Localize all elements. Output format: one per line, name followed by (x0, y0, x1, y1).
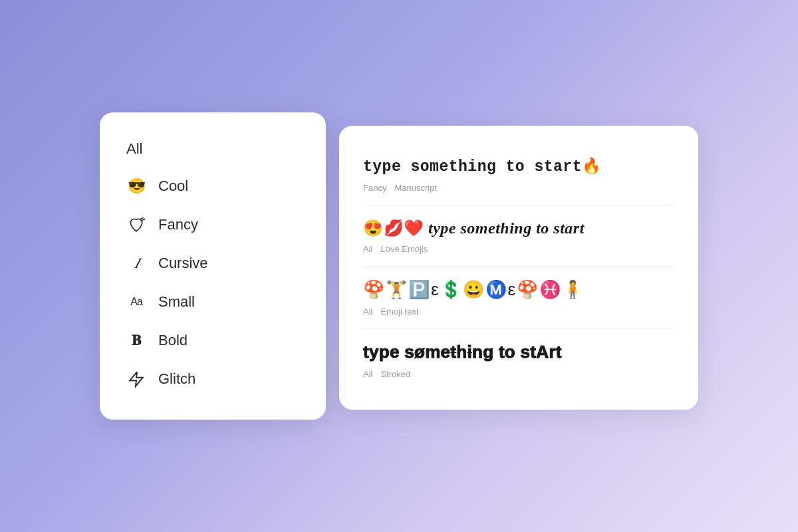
result-tags-fancy: Fancy Manuscript (363, 183, 674, 193)
left-panel: All 😎 Cool Fancy 𝐼 Cursive Aa Sm (100, 112, 326, 420)
tag-all-love: All (363, 244, 372, 254)
menu-item-cursive[interactable]: 𝐼 Cursive (126, 244, 299, 283)
stroked-strikethrough: t (450, 342, 456, 362)
result-tags-love: All Love Emojis (363, 244, 674, 254)
stroked-o: ø (414, 341, 425, 364)
stroked-m: me (425, 342, 450, 362)
result-text-emoji: 🍄🏋️🅿️ε💲😀Ⓜ️ε🍄♓🧍 (363, 279, 674, 301)
glitch-icon (126, 369, 146, 389)
svg-line-1 (142, 219, 145, 220)
tag-fancy: Fancy (363, 183, 386, 193)
menu-item-fancy[interactable]: Fancy (126, 205, 299, 244)
love-text-content: type something to start (424, 219, 585, 237)
result-tags-emoji: All Emoji text (363, 307, 674, 317)
cursive-label: Cursive (158, 255, 208, 272)
tag-stroked: Stroked (380, 369, 410, 379)
menu-item-cool[interactable]: 😎 Cool (126, 167, 299, 205)
tag-all-stroked: All (363, 369, 372, 379)
cool-icon: 😎 (126, 176, 146, 196)
small-label: Small (158, 293, 195, 311)
cursive-icon: 𝐼 (126, 253, 146, 273)
fancy-label: Fancy (158, 216, 198, 233)
cool-label: Cool (158, 178, 188, 195)
tag-manuscript: Manuscript (394, 183, 437, 193)
result-text-stroked: type sømething to stArt (363, 341, 674, 364)
result-text-love: 😍💋❤️ type something to start (363, 217, 674, 239)
result-tags-stroked: All Stroked (363, 369, 674, 379)
fancy-icon (126, 215, 146, 235)
fancy-text-content: type something to start (363, 158, 582, 176)
right-panel: type something to start🔥 Fancy Manuscrip… (339, 126, 698, 410)
bold-label: Bold (158, 332, 188, 349)
glitch-label: Glitch (158, 370, 196, 388)
tag-love-emojis: Love Emojis (380, 244, 428, 254)
stroked-text-content: type s (363, 342, 414, 362)
svg-line-0 (141, 217, 144, 219)
small-icon: Aa (126, 292, 146, 312)
result-text-fancy: type something to start🔥 (363, 156, 674, 178)
result-fancy-manuscript[interactable]: type something to start🔥 Fancy Manuscrip… (363, 144, 674, 205)
menu-item-small[interactable]: Aa Small (126, 283, 299, 321)
tag-emoji-text: Emoji text (380, 307, 418, 317)
bold-icon: 𝐁 (126, 331, 146, 350)
menu-item-all[interactable]: All (126, 134, 299, 167)
menu-item-glitch[interactable]: Glitch (126, 360, 299, 398)
emoji-sequence: 🍄🏋️🅿️ε💲😀Ⓜ️ε🍄♓🧍 (363, 279, 585, 299)
result-stroked[interactable]: type sømething to stArt All Stroked (363, 329, 674, 391)
result-love-emojis[interactable]: 😍💋❤️ type something to start All Love Em… (363, 205, 674, 267)
app-container: All 😎 Cool Fancy 𝐼 Cursive Aa Sm (100, 112, 698, 420)
stroked-capital: A (536, 342, 549, 362)
tag-all-emoji: All (363, 307, 372, 317)
result-emoji-text[interactable]: 🍄🏋️🅿️ε💲😀Ⓜ️ε🍄♓🧍 All Emoji text (363, 267, 674, 329)
fire-emoji: 🔥 (582, 157, 602, 174)
love-prefix-emojis: 😍💋❤️ (363, 219, 424, 237)
menu-item-bold[interactable]: 𝐁 Bold (126, 321, 299, 360)
